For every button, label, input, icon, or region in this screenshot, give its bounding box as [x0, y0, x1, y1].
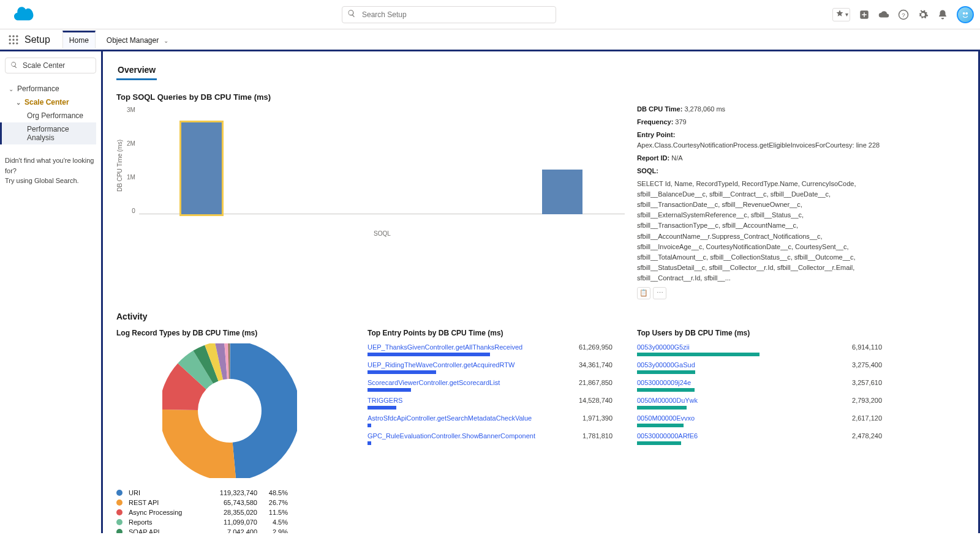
- legend-name: Async Processing: [129, 509, 208, 516]
- entry-link[interactable]: GPC_RuleEvaluationController.ShowBannerC…: [368, 432, 535, 440]
- page-tab-overview[interactable]: Overview: [116, 62, 157, 80]
- section-title-activity: Activity: [116, 312, 978, 321]
- gear-icon[interactable]: [918, 9, 929, 20]
- entry-value: 2,793,200: [852, 397, 882, 404]
- legend-swatch-icon: [116, 490, 123, 496]
- tab-home[interactable]: Home: [62, 31, 96, 48]
- detail-soql-text: SELECT Id, Name, RecordTypeId, RecordTyp…: [637, 179, 882, 283]
- bar[interactable]: [181, 122, 222, 214]
- entry-link[interactable]: AstroSfdcApiController.getSearchMetadata…: [368, 414, 532, 422]
- global-search-input[interactable]: [361, 10, 551, 20]
- favorites-dropdown[interactable]: ▾: [832, 8, 850, 21]
- bar-fill: [368, 370, 436, 374]
- more-actions-button[interactable]: ⋯: [653, 287, 666, 299]
- tree-label: Org Performance: [27, 111, 83, 120]
- bar-fill: [368, 441, 371, 445]
- bar-track: [637, 370, 760, 374]
- log-record-donut-chart[interactable]: [162, 343, 297, 478]
- svg-point-4: [965, 12, 968, 14]
- legend-row[interactable]: Reports11,099,0704.5%: [116, 517, 343, 527]
- bar-slot[interactable]: [264, 116, 379, 226]
- legend-value: 28,355,020: [214, 509, 257, 516]
- svg-point-8: [9, 39, 11, 40]
- legend-value: 7,042,400: [214, 528, 257, 533]
- legend-pct: 4.5%: [263, 518, 288, 526]
- global-search-box[interactable]: [342, 6, 556, 23]
- bar-fill: [637, 424, 684, 427]
- soql-bar-chart[interactable]: DB CPU Time (ms) 3M 2M 1M 0: [116, 104, 625, 226]
- salesforce-cloud-logo-icon[interactable]: [6, 6, 36, 23]
- entry-link[interactable]: TRIGGERS: [368, 397, 402, 404]
- entry-value: 3,257,610: [852, 379, 882, 386]
- copy-button[interactable]: 📋: [637, 287, 650, 299]
- bar[interactable]: [542, 170, 582, 214]
- detail-freq-value: 379: [675, 118, 686, 125]
- list-item: 0050M00000DuYwk2,793,200: [637, 397, 882, 410]
- tab-label: Object Manager: [107, 36, 159, 45]
- legend-row[interactable]: Async Processing28,355,02011.5%: [116, 507, 343, 517]
- legend-row[interactable]: REST API65,743,58026.7%: [116, 498, 343, 507]
- notifications-bell-icon[interactable]: [937, 9, 948, 20]
- soql-detail-panel: DB CPU Time: 3,278,060 ms Frequency: 379…: [637, 104, 894, 299]
- user-avatar[interactable]: [957, 6, 974, 23]
- bar-track: [368, 353, 490, 356]
- tree-org-performance[interactable]: Org Performance: [5, 109, 96, 122]
- list-item: AstroSfdcApiController.getSearchMetadata…: [368, 414, 612, 427]
- entry-link[interactable]: UEP_RidingTheWaveController.getAcquiredR…: [368, 361, 514, 369]
- app-name: Setup: [24, 34, 50, 45]
- legend-row[interactable]: URI119,323,74048.5%: [116, 488, 343, 498]
- bar-slot[interactable]: [144, 116, 259, 226]
- entry-value: 14,528,740: [579, 397, 612, 404]
- detail-dbcpu-value: 3,278,060 ms: [684, 105, 725, 113]
- add-icon[interactable]: [859, 9, 870, 20]
- legend-swatch-icon: [116, 529, 123, 533]
- bar-track: [637, 406, 760, 410]
- bar-fill: [368, 424, 371, 427]
- sidebar-quickfind-input[interactable]: [21, 61, 103, 70]
- app-launcher-waffle-icon[interactable]: [7, 34, 20, 46]
- entry-link[interactable]: 00530000000ARfE6: [637, 432, 698, 440]
- tree-performance-analysis[interactable]: Performance Analysis: [0, 122, 96, 144]
- bar-fill: [368, 406, 396, 410]
- legend-swatch-icon: [116, 519, 123, 525]
- list-item: ScorecardViewerController.getScorecardLi…: [368, 379, 612, 392]
- list-item: 0053y00000GaSud3,275,400: [637, 361, 882, 374]
- list-item: GPC_RuleEvaluationController.ShowBannerC…: [368, 432, 612, 445]
- sidebar-global-search-hint: Didn't find what you're looking for? Try…: [5, 155, 96, 186]
- legend-row[interactable]: SOAP API7,042,4002.9%: [116, 527, 343, 533]
- list-item: 0053y00000G5zii6,914,110: [637, 343, 882, 356]
- page-tabs: Overview: [116, 62, 978, 80]
- bar-slot[interactable]: [384, 116, 499, 226]
- cloud-sync-icon[interactable]: [878, 9, 889, 20]
- tree-performance[interactable]: ⌄Performance: [5, 82, 96, 95]
- bar-track: [637, 424, 760, 427]
- help-icon[interactable]: ?: [898, 9, 909, 20]
- tree-label: Scale Center: [24, 98, 69, 107]
- entry-link[interactable]: 0053y00000GaSud: [637, 361, 695, 369]
- svg-point-11: [9, 42, 11, 44]
- sidebar-quickfind[interactable]: [5, 58, 96, 73]
- svg-point-3: [963, 12, 965, 14]
- list-item: 0050M00000Evvxo2,617,120: [637, 414, 882, 427]
- entry-link[interactable]: 0050M00000Evvxo: [637, 414, 695, 422]
- entry-value: 3,275,400: [852, 361, 882, 369]
- svg-point-24: [179, 359, 281, 462]
- entry-link[interactable]: 0053y00000G5zii: [637, 343, 690, 351]
- legend-name: SOAP API: [129, 528, 208, 533]
- bar-slot[interactable]: [505, 116, 620, 226]
- bar-fill: [637, 406, 687, 410]
- bar-fill: [637, 353, 760, 356]
- tab-object-manager[interactable]: Object Manager ⌄: [100, 31, 175, 48]
- section-title-soql: Top SOQL Queries by DB CPU Time (ms): [116, 92, 978, 102]
- entry-link[interactable]: UEP_ThanksGivenController.getAllThanksRe…: [368, 343, 522, 351]
- context-bar: Setup Home Object Manager ⌄: [0, 29, 980, 51]
- sidebar-tree: ⌄Performance ⌄Scale Center Org Performan…: [5, 82, 96, 144]
- svg-text:?: ?: [902, 11, 905, 18]
- entry-link[interactable]: ScorecardViewerController.getScorecardLi…: [368, 379, 500, 386]
- svg-point-10: [16, 39, 18, 40]
- entry-link[interactable]: 0050M00000DuYwk: [637, 397, 698, 404]
- legend-name: REST API: [129, 499, 208, 506]
- tree-scale-center[interactable]: ⌄Scale Center: [5, 95, 96, 109]
- legend-swatch-icon: [116, 499, 123, 506]
- entry-link[interactable]: 00530000009j24e: [637, 379, 691, 386]
